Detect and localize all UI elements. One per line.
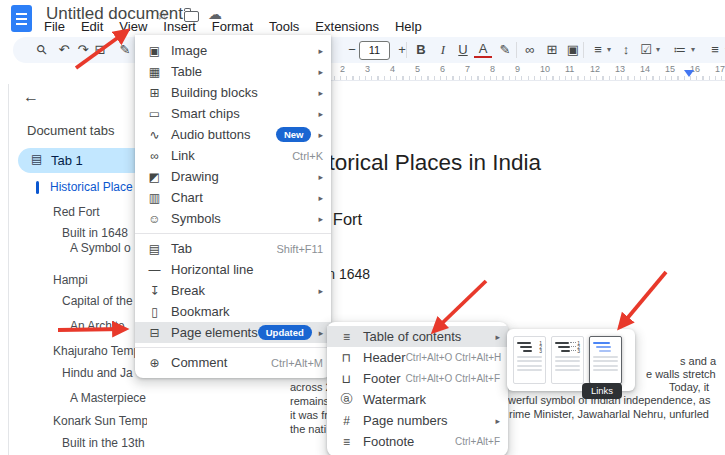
menu-item-footer[interactable]: ⊔FooterCtrl+Alt+O Ctrl+Alt+F (327, 368, 508, 389)
checklist-caret[interactable]: ▾ (653, 40, 663, 60)
toc-page-number: 3 (577, 349, 580, 353)
menu-shortcut: Ctrl+Alt+F (455, 436, 500, 447)
menu-item-label: Image (171, 43, 207, 58)
menu-item-comment[interactable]: ⊕CommentCtrl+Alt+M (135, 352, 331, 373)
toc-body-line (555, 365, 580, 367)
menu-divider (135, 347, 331, 348)
outline-item-capital-of-the[interactable]: Capital of the (62, 294, 133, 308)
bulleted-list-button[interactable]: ≔ (671, 40, 689, 60)
ruler-number: 8 (490, 64, 495, 74)
menu-file[interactable]: File (36, 18, 73, 35)
right-indent-marker[interactable] (684, 70, 694, 77)
menu-item-header[interactable]: ⊓HeaderCtrl+Alt+O Ctrl+Alt+H (327, 347, 508, 368)
bold-button[interactable]: B (412, 40, 430, 60)
menu-item-page-numbers[interactable]: #Page numbers▸ (327, 410, 508, 431)
font-size-increase[interactable]: + (393, 40, 411, 60)
menu-extensions[interactable]: Extensions (307, 18, 387, 35)
google-docs-logo-icon[interactable] (11, 5, 32, 32)
menu-item-tab[interactable]: ▤TabShift+F11 (135, 238, 331, 259)
highlight-color-button[interactable]: ✎ (496, 40, 514, 60)
toc-body-line (555, 356, 580, 358)
toolbar-separator (406, 42, 407, 58)
menu-item-chart[interactable]: ▥Chart▸ (135, 187, 331, 208)
align-caret[interactable]: ▾ (604, 40, 614, 60)
font-size-decrease[interactable]: − (343, 40, 361, 60)
menu-item-link[interactable]: ∞LinkCtrl+K (135, 145, 331, 166)
menu-shortcut: Ctrl+Alt+O Ctrl+Alt+H (406, 352, 502, 363)
toc-style-links[interactable] (589, 336, 622, 384)
outline-item-an-archite[interactable]: An Archite (70, 319, 125, 333)
tab-doc-icon: ▤ (31, 152, 42, 166)
menu-item-page-elements[interactable]: ⊟Page elementsUpdated▸ (135, 322, 331, 343)
menu-item-audio-buttons[interactable]: ∿Audio buttonsNew▸ (135, 124, 331, 145)
toc-preview-line: 3 (555, 349, 580, 353)
close-sidebar-back-icon[interactable]: ← (23, 88, 39, 106)
outline-item-historical-place[interactable]: Historical Place (50, 180, 133, 194)
text-color-button[interactable]: A (474, 41, 492, 58)
page-elements-submenu: ≡Table of contents▸⊓HeaderCtrl+Alt+O Ctr… (327, 322, 508, 455)
outline-item-built-in-the-13th-centur[interactable]: Built in the 13th centur... (62, 436, 147, 450)
line-spacing-button[interactable]: ↕ (617, 40, 635, 60)
outline-item-khajuraho-temp[interactable]: Khajuraho Temp (53, 344, 140, 358)
menu-tools[interactable]: Tools (261, 18, 307, 35)
menu-item-footnote[interactable]: ≡FootnoteCtrl+Alt+F (327, 431, 508, 452)
image-icon: ▣ (146, 44, 163, 58)
paint-format-icon[interactable]: ✎ (116, 40, 134, 60)
menu-item-bookmark[interactable]: ▯Bookmark (135, 301, 331, 322)
menu-item-smart-chips[interactable]: ▭Smart chips▸ (135, 103, 331, 124)
outline-item-a-masterpiece-of-me[interactable]: A Masterpiece of Me... (70, 391, 147, 405)
menu-divider (135, 233, 331, 234)
doc-heading-1[interactable]: Historical Places in India (296, 150, 541, 176)
symbols-icon: ☺ (146, 212, 163, 226)
font-size-input[interactable]: 11 (359, 41, 390, 60)
ruler-number: 9 (515, 64, 520, 74)
redo-icon[interactable]: ↷ (74, 40, 92, 60)
toc-body-line (517, 365, 542, 367)
outline-item-hampi[interactable]: Hampi (53, 273, 88, 287)
bulleted-list-caret[interactable]: ▾ (688, 40, 698, 60)
submenu-arrow-icon: ▸ (318, 67, 323, 77)
toolbar: 11 ⚲↶↷⊟✎−+BIUA✎∞⊞▣≡▾↕☑▾≔▾≡▾⇥ (13, 37, 725, 63)
menu-item-horizontal-line[interactable]: —Horizontal line (135, 259, 331, 280)
undo-icon[interactable]: ↶ (55, 40, 73, 60)
insert-link-button[interactable]: ∞ (521, 40, 539, 60)
print-icon[interactable]: ⊟ (91, 40, 109, 60)
menu-item-break[interactable]: ↧Break▸ (135, 280, 331, 301)
menu-item-watermark[interactable]: ⓐWatermark (327, 389, 508, 410)
menu-item-symbols[interactable]: ☺Symbols▸ (135, 208, 331, 229)
menu-item-table[interactable]: ▦Table▸ (135, 61, 331, 82)
menu-insert[interactable]: Insert (155, 18, 204, 35)
menu-item-table-of-contents[interactable]: ≡Table of contents▸ (327, 326, 508, 347)
outline-item-red-fort[interactable]: Red Fort (53, 205, 100, 219)
search-icon[interactable]: ⚲ (29, 37, 56, 64)
toc-style-plain-numbers[interactable]: 123 (513, 336, 546, 384)
menu-edit[interactable]: Edit (73, 18, 111, 35)
submenu-arrow-icon: ▸ (495, 416, 500, 426)
menu-format[interactable]: Format (204, 18, 261, 35)
outline-item-a-symbol-o[interactable]: A Symbol o (70, 241, 131, 255)
sidebar-divider (8, 84, 9, 455)
toc-preview-bar (561, 350, 570, 352)
outline-item-hindu-and-ja[interactable]: Hindu and Ja (62, 366, 133, 380)
insert-image-button[interactable]: ▣ (564, 40, 582, 60)
menu-view[interactable]: View (111, 18, 155, 35)
sidebar-tab-1[interactable]: ▤ Tab 1 (18, 148, 146, 173)
toc-style-dotted[interactable]: 123 (551, 336, 584, 384)
toc-preview-bar (523, 350, 532, 352)
toc-page-number: 3 (539, 349, 542, 353)
add-comment-button[interactable]: ⊞ (543, 40, 561, 60)
toc-dotted-leader (571, 346, 576, 347)
underline-button[interactable]: U (454, 40, 472, 60)
menu-item-image[interactable]: ▣Image▸ (135, 40, 331, 61)
header-icon: ⊓ (338, 351, 355, 365)
toc-body-line (593, 369, 618, 371)
italic-button[interactable]: I (434, 40, 452, 60)
outline-item-konark-sun-temple[interactable]: Konark Sun Temple (53, 414, 147, 428)
outline-item-built-in-1648[interactable]: Built in 1648 (62, 226, 128, 240)
ruler-number: 15 (665, 64, 675, 74)
bookmark-icon: ▯ (146, 305, 163, 319)
chart-icon: ▥ (146, 191, 163, 205)
menu-item-drawing[interactable]: ◩Drawing▸ (135, 166, 331, 187)
menu-item-building-blocks[interactable]: ⊞Building blocks▸ (135, 82, 331, 103)
menu-help[interactable]: Help (387, 18, 430, 35)
